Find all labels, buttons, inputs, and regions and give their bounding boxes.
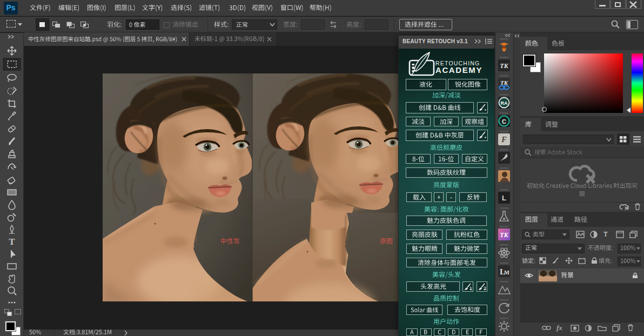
svg-text:TK: TK bbox=[500, 231, 508, 239]
svg-text:TK: TK bbox=[500, 79, 508, 86]
svg-text:RA: RA bbox=[501, 100, 508, 106]
svg-text:M: M bbox=[504, 270, 509, 275]
svg-text:TK: TK bbox=[500, 62, 508, 70]
svg-text:F: F bbox=[501, 136, 507, 144]
svg-text:C: C bbox=[502, 118, 506, 125]
svg-text:T: T bbox=[9, 237, 15, 247]
svg-text:L: L bbox=[502, 194, 506, 202]
